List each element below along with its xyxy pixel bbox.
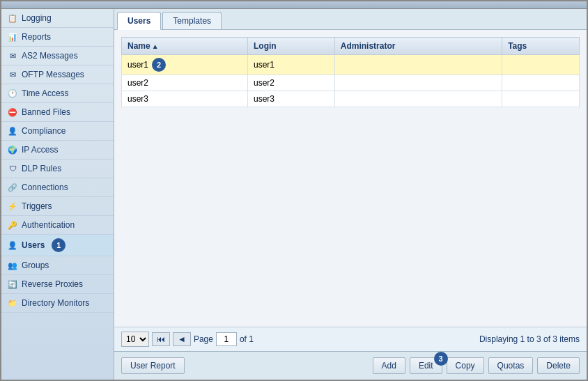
cell-login-1: user2 xyxy=(247,75,334,91)
sidebar-label-oftp-messages: OFTP Messages xyxy=(22,70,84,79)
cell-name-2: user3 xyxy=(122,91,248,107)
prev-page-button[interactable]: ◄ xyxy=(173,332,191,346)
delete-button[interactable]: Delete xyxy=(537,357,580,374)
sidebar-label-groups: Groups xyxy=(22,261,49,270)
ip-access-icon: 🌍 xyxy=(7,144,18,155)
col-header-login: Login xyxy=(247,38,334,55)
table-row[interactable]: user2user2 xyxy=(122,75,580,91)
table-row[interactable]: user12user1 xyxy=(122,55,580,75)
sidebar-item-reverse-proxies[interactable]: 🔄Reverse Proxies xyxy=(1,275,114,294)
sidebar-item-logging[interactable]: 📋Logging xyxy=(1,9,114,28)
users-icon: 👤 xyxy=(7,240,18,251)
copy-button[interactable]: Copy xyxy=(447,357,484,374)
directory-monitors-icon: 📁 xyxy=(7,297,18,309)
compliance-icon: 👤 xyxy=(7,125,18,137)
main-window: 📋Logging📊Reports✉AS2 Messages✉OFTP Messa… xyxy=(0,0,588,381)
sidebar-item-triggers[interactable]: ⚡Triggers xyxy=(1,197,114,216)
sidebar-label-directory-monitors: Directory Monitors xyxy=(22,298,89,308)
table-row[interactable]: user3user3 xyxy=(122,91,580,107)
cell-name-0: user12 xyxy=(122,55,248,75)
pagination-info: Displaying 1 to 3 of 3 items xyxy=(479,334,580,344)
user-report-button[interactable]: User Report xyxy=(121,357,185,374)
cell-admin-1 xyxy=(334,75,502,91)
sidebar-label-banned-files: Banned Files xyxy=(22,107,70,117)
dlp-rules-icon: 🛡 xyxy=(7,163,18,174)
quotas-button[interactable]: Quotas xyxy=(488,357,534,374)
sidebar-item-time-access[interactable]: 🕐Time Access xyxy=(1,84,114,103)
sidebar-item-dlp-rules[interactable]: 🛡DLP Rules xyxy=(1,160,114,178)
sidebar-label-authentication: Authentication xyxy=(22,220,75,230)
per-page-select[interactable]: 10 25 50 xyxy=(121,332,149,347)
groups-icon: 👥 xyxy=(7,260,18,271)
sidebar-item-connections[interactable]: 🔗Connections xyxy=(1,178,114,197)
users-nav-badge: 1 xyxy=(52,238,65,252)
of-label: of 1 xyxy=(240,334,254,344)
pagination-bar: 10 25 50 ⏮ ◄ Page of 1 Displaying 1 to 3… xyxy=(114,327,587,351)
content-area: UsersTemplates Name▲LoginAdministratorTa… xyxy=(114,9,587,380)
as2-messages-icon: ✉ xyxy=(7,50,18,61)
reverse-proxies-icon: 🔄 xyxy=(7,279,18,290)
cell-tags-2 xyxy=(502,91,580,107)
sidebar-label-logging: Logging xyxy=(22,13,52,23)
connections-icon: 🔗 xyxy=(7,182,18,193)
user1-row-badge: 2 xyxy=(152,58,166,72)
page-input[interactable] xyxy=(216,332,237,346)
bottom-bar: User Report Add Edit 3 Copy Quotas Delet… xyxy=(114,351,587,380)
sidebar-label-triggers: Triggers xyxy=(22,201,52,211)
banned-files-icon: ⛔ xyxy=(7,107,18,118)
col-header-administrator: Administrator xyxy=(334,38,502,55)
sidebar-item-banned-files[interactable]: ⛔Banned Files xyxy=(1,103,114,122)
page-label: Page xyxy=(194,334,213,344)
sidebar-item-ip-access[interactable]: 🌍IP Access xyxy=(1,141,114,160)
sidebar-label-ip-access: IP Access xyxy=(22,145,58,155)
edit-button-container: Edit 3 xyxy=(410,357,442,374)
sidebar-label-users: Users xyxy=(22,240,45,250)
first-page-button[interactable]: ⏮ xyxy=(152,332,170,346)
edit-badge: 3 xyxy=(434,352,448,366)
sidebar-label-compliance: Compliance xyxy=(22,126,65,136)
main-area: 📋Logging📊Reports✉AS2 Messages✉OFTP Messa… xyxy=(1,9,587,380)
sidebar-label-reverse-proxies: Reverse Proxies xyxy=(22,279,83,289)
sidebar-label-as2-messages: AS2 Messages xyxy=(22,51,78,61)
sidebar-label-reports: Reports xyxy=(22,32,51,42)
sidebar-item-directory-monitors[interactable]: 📁Directory Monitors xyxy=(1,294,114,313)
sidebar-label-connections: Connections xyxy=(22,182,68,192)
cell-login-0: user1 xyxy=(247,55,334,75)
sidebar-item-users[interactable]: 👤Users1 xyxy=(1,235,114,256)
cell-login-2: user3 xyxy=(247,91,334,107)
col-header-tags: Tags xyxy=(502,38,580,55)
cell-tags-1 xyxy=(502,75,580,91)
table-container: Name▲LoginAdministratorTags user12user1u… xyxy=(114,30,587,327)
sidebar-item-as2-messages[interactable]: ✉AS2 Messages xyxy=(1,47,114,65)
cell-admin-2 xyxy=(334,91,502,107)
sidebar-item-compliance[interactable]: 👤Compliance xyxy=(1,122,114,141)
cell-name-1: user2 xyxy=(122,75,248,91)
sort-arrow-name: ▲ xyxy=(152,42,159,50)
sidebar: 📋Logging📊Reports✉AS2 Messages✉OFTP Messa… xyxy=(1,9,114,380)
logging-icon: 📋 xyxy=(7,13,18,24)
cell-tags-0 xyxy=(502,55,580,75)
title-bar xyxy=(1,1,587,9)
tab-templates[interactable]: Templates xyxy=(162,12,222,29)
authentication-icon: 🔑 xyxy=(7,219,18,231)
tab-users[interactable]: Users xyxy=(117,12,161,30)
col-header-name[interactable]: Name▲ xyxy=(122,38,248,55)
sidebar-label-time-access: Time Access xyxy=(22,88,69,98)
sidebar-item-oftp-messages[interactable]: ✉OFTP Messages xyxy=(1,65,114,84)
sidebar-label-dlp-rules: DLP Rules xyxy=(22,164,61,173)
sidebar-item-authentication[interactable]: 🔑Authentication xyxy=(1,216,114,235)
add-button[interactable]: Add xyxy=(373,357,405,374)
sidebar-item-groups[interactable]: 👥Groups xyxy=(1,256,114,275)
tabs-bar: UsersTemplates xyxy=(114,9,587,30)
users-table: Name▲LoginAdministratorTags user12user1u… xyxy=(121,37,580,107)
sidebar-item-reports[interactable]: 📊Reports xyxy=(1,28,114,47)
reports-icon: 📊 xyxy=(7,31,18,42)
oftp-messages-icon: ✉ xyxy=(7,69,18,80)
cell-admin-0 xyxy=(334,55,502,75)
triggers-icon: ⚡ xyxy=(7,201,18,212)
time-access-icon: 🕐 xyxy=(7,88,18,99)
